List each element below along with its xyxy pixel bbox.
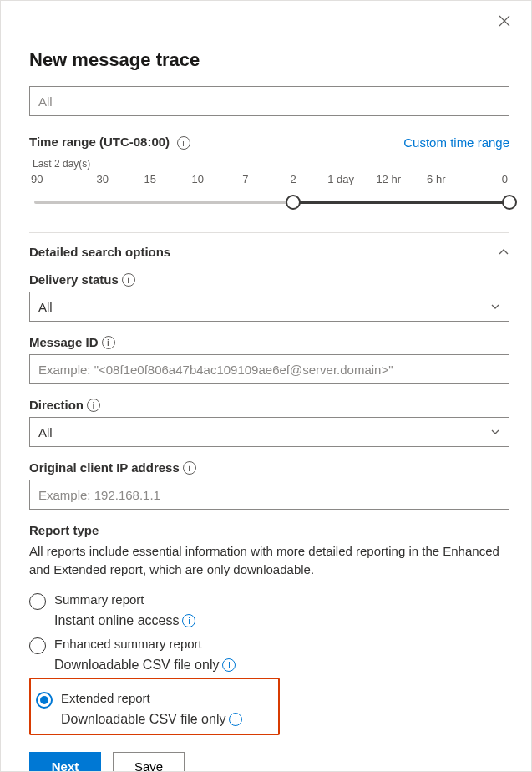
info-icon[interactable]: i	[222, 658, 236, 672]
radio-button[interactable]	[29, 637, 46, 654]
chevron-down-icon	[490, 302, 500, 312]
detailed-options-toggle[interactable]: Detailed search options	[29, 245, 509, 259]
report-type-label: Report type	[29, 523, 99, 537]
slider-tick: 30	[79, 173, 126, 185]
report-type-description: All reports include essential informatio…	[29, 542, 509, 579]
chevron-up-icon	[498, 246, 509, 258]
slider-tick: 0	[460, 173, 508, 185]
info-icon[interactable]: i	[102, 336, 115, 349]
slider-tick: 10	[174, 173, 221, 185]
delivery-status-value: All	[38, 300, 53, 314]
direction-value: All	[38, 425, 53, 439]
info-icon[interactable]: i	[177, 136, 190, 150]
radio-button[interactable]	[36, 692, 53, 709]
slider-hint: Last 2 day(s)	[33, 158, 509, 170]
close-icon[interactable]	[498, 14, 514, 31]
time-range-slider[interactable]: Last 2 day(s) 90301510721 day12 hr6 hr0	[29, 158, 509, 212]
recipients-input[interactable]	[29, 86, 509, 116]
client-ip-input[interactable]	[29, 480, 509, 510]
info-icon[interactable]: i	[182, 614, 195, 627]
delivery-status-select[interactable]: All	[29, 292, 509, 322]
slider-tick: 2	[269, 173, 317, 185]
slider-tick: 15	[126, 173, 174, 185]
report-option[interactable]: Enhanced summary report	[29, 635, 509, 656]
next-button[interactable]: Next	[29, 752, 101, 773]
slider-handle-start[interactable]	[286, 195, 301, 210]
slider-tick: 7	[221, 173, 269, 185]
report-option-title: Extended report	[61, 691, 150, 705]
report-option[interactable]: Extended report	[36, 689, 273, 710]
slider-handle-end[interactable]	[502, 195, 517, 210]
client-ip-label: Original client IP address	[29, 460, 180, 475]
report-option-title: Summary report	[54, 592, 144, 607]
delivery-status-label: Delivery status	[29, 272, 119, 287]
report-option-title: Enhanced summary report	[54, 637, 202, 651]
direction-select[interactable]: All	[29, 417, 509, 447]
radio-button[interactable]	[29, 593, 46, 610]
slider-ticks: 90301510721 day12 hr6 hr0	[29, 173, 509, 185]
time-range-label: Time range (UTC-08:00)	[29, 135, 170, 149]
direction-label: Direction	[29, 398, 84, 412]
message-id-input[interactable]	[29, 354, 509, 384]
info-icon[interactable]: i	[229, 713, 242, 726]
custom-time-range-link[interactable]: Custom time range	[403, 135, 509, 150]
save-button[interactable]: Save	[113, 752, 185, 773]
slider-tick: 1 day	[317, 173, 365, 185]
page-title: New message trace	[29, 49, 509, 71]
slider-tick: 90	[31, 173, 79, 185]
info-icon[interactable]: i	[183, 461, 196, 475]
detailed-options-label: Detailed search options	[29, 245, 170, 259]
slider-tick: 6 hr	[413, 173, 460, 185]
report-option[interactable]: Summary report	[29, 591, 509, 612]
info-icon[interactable]: i	[87, 399, 100, 412]
chevron-down-icon	[490, 427, 500, 437]
message-id-label: Message ID	[29, 335, 99, 349]
report-option-subtitle: Downloadable CSV file onlyi	[54, 658, 509, 673]
report-option-subtitle: Downloadable CSV file onlyi	[61, 712, 273, 727]
selected-report-highlight: Extended reportDownloadable CSV file onl…	[29, 678, 280, 735]
report-option-subtitle: Instant online accessi	[54, 613, 509, 628]
slider-tick: 12 hr	[365, 173, 413, 185]
message-trace-panel: New message trace Time range (UTC-08:00)…	[0, 0, 532, 772]
info-icon[interactable]: i	[122, 273, 135, 287]
